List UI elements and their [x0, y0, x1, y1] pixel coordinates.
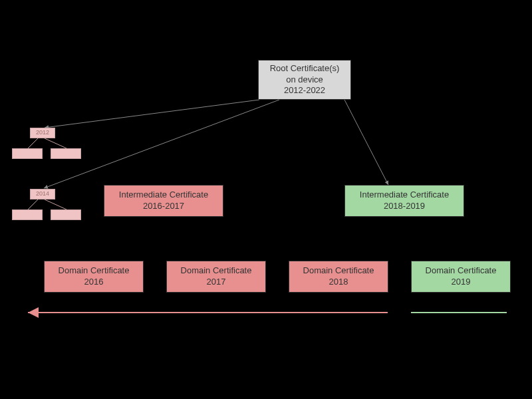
faded-blank-2014-left	[12, 209, 43, 220]
faded-blank-2012-right	[51, 148, 81, 159]
svg-line-5	[28, 200, 38, 209]
faded-blank-2014-right	[51, 209, 81, 220]
root-certificate-box: Root Certificate(s) on device 2012-2022	[258, 60, 351, 100]
svg-line-3	[28, 138, 38, 148]
domain-cert-2017: Domain Certificate 2017	[166, 261, 266, 293]
intermediate-cert-2018-2019: Intermediate Certificate 2018-2019	[344, 185, 464, 217]
svg-line-2	[344, 100, 388, 185]
svg-line-6	[45, 200, 66, 209]
faded-blank-2012-left	[12, 148, 43, 159]
intermediate-cert-2016-2017: Intermediate Certificate 2016-2017	[104, 185, 223, 217]
faded-year-2012: 2012	[30, 128, 55, 138]
domain-cert-2016: Domain Certificate 2016	[44, 261, 144, 293]
faded-year-2014: 2014	[30, 189, 55, 200]
svg-line-1	[44, 100, 279, 188]
svg-line-0	[45, 100, 259, 128]
domain-cert-2019: Domain Certificate 2019	[411, 261, 511, 293]
root-line3: 2012-2022	[284, 85, 325, 95]
root-line2: on device	[286, 74, 323, 84]
root-line1: Root Certificate(s)	[270, 63, 340, 73]
svg-line-4	[45, 138, 66, 148]
domain-cert-2018: Domain Certificate 2018	[289, 261, 388, 293]
